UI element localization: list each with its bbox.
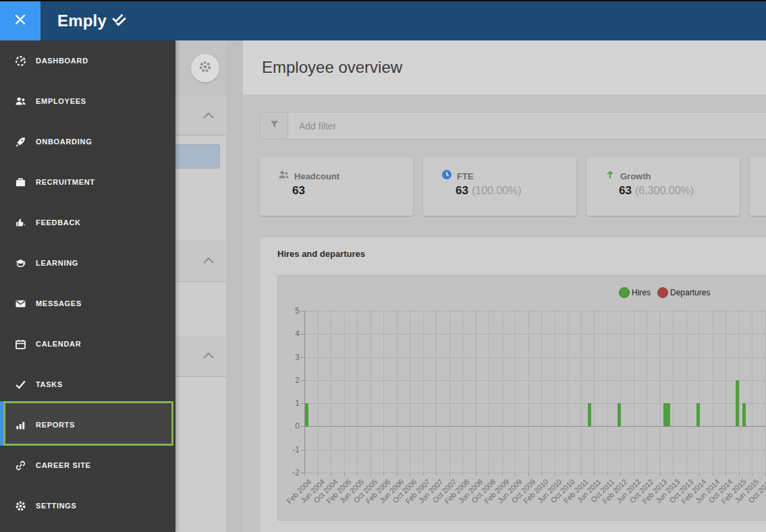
sidebar-item-dashboard[interactable]: DASHBOARD bbox=[0, 40, 175, 81]
sidebar-item-settings[interactable]: SETTINGS bbox=[0, 485, 175, 526]
metric-card-partial bbox=[750, 157, 766, 216]
top-bar: Emply bbox=[0, 0, 766, 40]
gridline bbox=[476, 311, 476, 473]
sidebar-item-label: MESSAGES bbox=[36, 299, 82, 307]
gridline bbox=[515, 311, 516, 473]
gridline bbox=[765, 311, 766, 473]
metric-card-headcount: Headcount63 bbox=[260, 157, 413, 216]
y-tick-label: 4 bbox=[279, 329, 300, 338]
panel-settings-button[interactable] bbox=[191, 54, 219, 82]
y-tick-label: 0 bbox=[279, 421, 300, 431]
gridline bbox=[304, 450, 766, 450]
reports-icon bbox=[15, 419, 26, 431]
feedback-icon bbox=[15, 217, 26, 229]
gridline bbox=[449, 311, 450, 473]
gridline bbox=[304, 426, 766, 427]
y-tick-label: 3 bbox=[279, 353, 300, 362]
sidebar-item-calendar[interactable]: CALENDAR bbox=[0, 324, 175, 364]
y-tick-label: 2 bbox=[279, 376, 300, 385]
gridline bbox=[304, 311, 766, 312]
metric-card-growth: Growth63(6,300.00%) bbox=[586, 157, 740, 216]
legend-label: Departures bbox=[670, 288, 710, 297]
gear-icon bbox=[198, 60, 212, 76]
x-tick-mark bbox=[383, 473, 384, 476]
y-axis-line bbox=[304, 311, 305, 473]
filter-icon-cell[interactable] bbox=[261, 113, 288, 139]
metric-value: 63 bbox=[619, 184, 632, 198]
sidebar-item-label: LEARNING bbox=[36, 259, 78, 267]
x-tick-mark bbox=[397, 473, 398, 476]
main-content: Employee overview Headcount63FTE63(100.0… bbox=[243, 40, 766, 532]
legend-item-hires: Hires bbox=[619, 287, 651, 298]
sidebar-item-label: CAREER SITE bbox=[36, 461, 91, 469]
gridline bbox=[660, 311, 661, 473]
close-icon bbox=[14, 13, 26, 28]
x-tick-mark bbox=[331, 473, 331, 476]
bar-hires-jan-2014[interactable] bbox=[696, 403, 700, 426]
gridline bbox=[397, 311, 398, 473]
x-tick-mark bbox=[765, 473, 766, 476]
bar-hires-jan-2015[interactable] bbox=[736, 380, 739, 427]
sidebar-item-label: DASHBOARD bbox=[36, 57, 88, 65]
chevron-up-icon bbox=[202, 350, 215, 362]
gridline bbox=[383, 311, 384, 473]
x-tick-mark bbox=[502, 473, 503, 476]
metric-label: Growth bbox=[620, 171, 651, 181]
gridline bbox=[462, 311, 463, 473]
x-tick-mark bbox=[344, 473, 345, 476]
x-tick-mark bbox=[476, 473, 476, 476]
brand[interactable]: Emply bbox=[57, 1, 126, 40]
gridline bbox=[423, 311, 424, 473]
sidebar-item-reports[interactable]: REPORTS bbox=[0, 405, 175, 445]
add-filter-input[interactable] bbox=[288, 113, 766, 139]
recruitment-icon bbox=[15, 177, 26, 188]
x-tick-mark bbox=[699, 473, 700, 476]
sidebar-item-feedback[interactable]: FEEDBACK bbox=[0, 202, 175, 243]
close-menu-button[interactable] bbox=[0, 1, 40, 40]
x-tick-mark bbox=[581, 473, 582, 476]
hires-departures-chart[interactable]: HiresDepartures 543210-1-2Feb 2004Jun 20… bbox=[277, 275, 766, 521]
x-tick-mark bbox=[620, 473, 621, 476]
metric-value: 63 bbox=[292, 184, 305, 198]
gridline bbox=[581, 311, 582, 473]
bar-hires-mar-2015[interactable] bbox=[742, 403, 746, 426]
x-tick-mark bbox=[436, 473, 437, 476]
x-tick-mark bbox=[304, 473, 305, 476]
employees-icon bbox=[15, 96, 26, 107]
onboarding-icon bbox=[15, 136, 26, 148]
gridline bbox=[371, 311, 371, 473]
gridline bbox=[344, 311, 345, 473]
sidebar-item-messages[interactable]: MESSAGES bbox=[0, 283, 175, 324]
sidebar-item-career-site[interactable]: CAREER SITE bbox=[0, 445, 175, 485]
bar-hires-jan-2012[interactable] bbox=[618, 403, 621, 426]
gridline bbox=[410, 311, 410, 473]
y-tick-label: 1 bbox=[279, 398, 300, 408]
sidebar-item-learning[interactable]: LEARNING bbox=[0, 243, 175, 283]
clock-icon bbox=[441, 169, 452, 183]
funnel-icon bbox=[269, 119, 279, 132]
gridline bbox=[528, 311, 529, 473]
y-tick-label: -2 bbox=[279, 468, 300, 477]
sidebar-item-label: SETTINGS bbox=[36, 502, 77, 510]
gridline bbox=[304, 380, 766, 381]
chevron-up-icon bbox=[202, 255, 215, 267]
sidebar-item-recruitment[interactable]: RECRUITMENT bbox=[0, 162, 175, 202]
x-tick-mark bbox=[371, 473, 371, 476]
x-tick-mark bbox=[423, 473, 424, 476]
x-tick-mark bbox=[357, 473, 358, 476]
sidebar-item-onboarding[interactable]: ONBOARDING bbox=[0, 121, 175, 162]
x-tick-mark bbox=[594, 473, 595, 476]
x-tick-mark bbox=[660, 473, 661, 476]
x-tick-mark bbox=[528, 473, 529, 476]
sidebar-item-employees[interactable]: EMPLOYEES bbox=[0, 81, 175, 121]
sidebar-item-tasks[interactable]: TASKS bbox=[0, 364, 175, 405]
bar-hires-feb-2004[interactable] bbox=[305, 403, 308, 426]
settings-icon bbox=[15, 500, 26, 512]
bar-hires-apr-2013[interactable] bbox=[667, 403, 670, 426]
gridline bbox=[686, 311, 687, 473]
gridline bbox=[357, 311, 358, 473]
x-tick-mark bbox=[541, 473, 542, 476]
bar-hires-apr-2011[interactable] bbox=[588, 403, 591, 426]
page-title: Employee overview bbox=[262, 40, 766, 94]
tasks-icon bbox=[15, 379, 26, 390]
